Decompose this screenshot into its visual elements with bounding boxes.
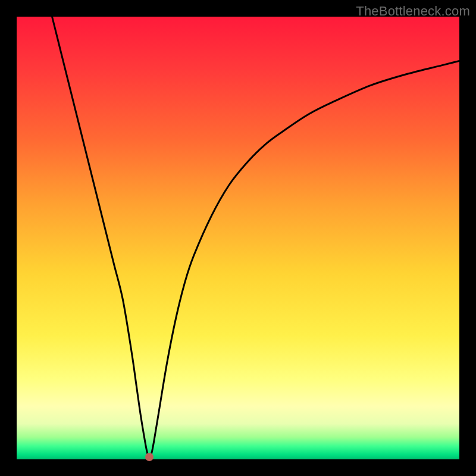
min-point-dot <box>145 453 154 461</box>
bottleneck-curve <box>17 17 459 459</box>
